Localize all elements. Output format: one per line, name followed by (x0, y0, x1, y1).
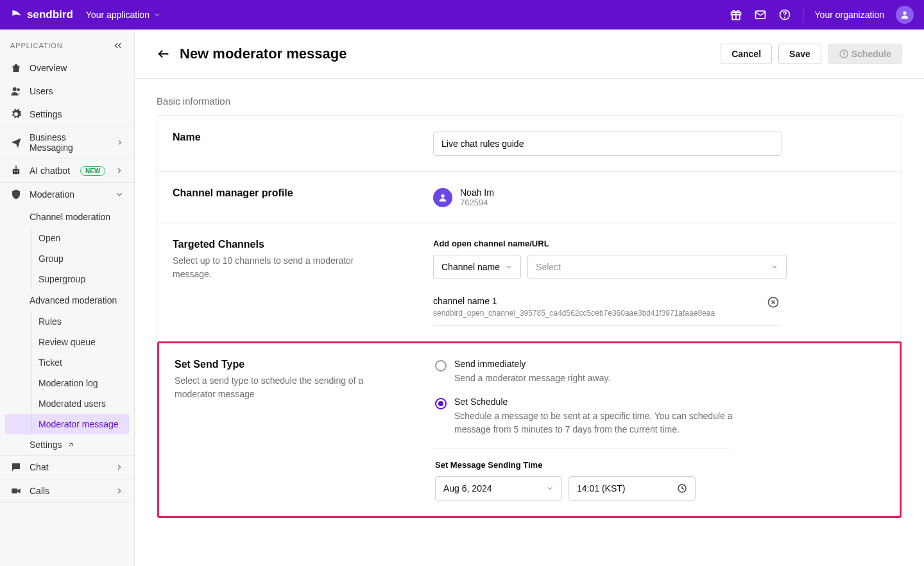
collapse-sidebar-icon[interactable] (112, 40, 124, 51)
channels-desc: Select up to 10 channels to send a moder… (173, 254, 391, 281)
gift-icon[interactable] (730, 8, 742, 21)
sidebar-subhead-advanced-moderation[interactable]: Advanced moderation (0, 289, 134, 311)
row-profile: Channel manager profile Noah Im 762594 (157, 172, 902, 223)
chevron-down-icon (153, 11, 161, 19)
users-icon (10, 85, 22, 97)
robot-icon (10, 165, 22, 176)
sidebar-item-chat[interactable]: Chat (0, 456, 134, 479)
chevron-right-icon (115, 486, 124, 495)
brand-logo[interactable]: sendbird (10, 8, 73, 21)
chevron-down-icon (115, 190, 124, 199)
divider (803, 8, 803, 22)
channel-mode-select[interactable]: Channel name (433, 255, 521, 279)
svg-point-6 (903, 12, 906, 15)
profile-avatar (433, 188, 452, 207)
clock-icon (677, 483, 687, 493)
org-label[interactable]: Your organization (815, 10, 884, 20)
sidebar-item-overview[interactable]: Overview (0, 56, 134, 80)
sidebar-sub-rules[interactable]: Rules (0, 311, 134, 332)
profile-label: Channel manager profile (173, 187, 433, 199)
sidebar-sub-ticket[interactable]: Ticket (0, 352, 134, 373)
cancel-button[interactable]: Cancel (721, 44, 772, 64)
radio-send-immediately[interactable]: Send immediately Send a moderator messag… (435, 359, 884, 385)
sidebar-sub-moderator-message[interactable]: Moderator message (5, 414, 129, 434)
svg-rect-9 (13, 169, 20, 174)
back-arrow-icon[interactable] (157, 47, 171, 61)
chevron-right-icon (116, 138, 124, 147)
sidebar-item-settings[interactable]: Settings (0, 103, 134, 126)
row-name: Name (157, 116, 902, 172)
content: Basic information Name Channel manager p… (135, 79, 924, 566)
schedule-time-input[interactable]: 14:01 (KST) (569, 476, 696, 501)
chevron-right-icon (115, 166, 124, 175)
svg-point-5 (784, 17, 785, 18)
radio-circle[interactable] (435, 360, 447, 372)
sidebar-sub-supergroup[interactable]: Supergroup (0, 269, 134, 289)
chevron-down-icon (771, 263, 778, 271)
profile-name: Noah Im (460, 187, 494, 198)
svg-point-7 (13, 87, 17, 91)
svg-point-17 (441, 194, 444, 197)
sidebar-item-ai-chatbot[interactable]: AI chatbot NEW (0, 159, 134, 182)
svg-point-8 (17, 89, 21, 92)
page-title: New moderator message (180, 46, 346, 62)
sidebar-subhead-channel-moderation[interactable]: Channel moderation (0, 206, 134, 228)
channels-field-label: Add open channel name/URL (433, 239, 886, 248)
video-camera-icon (10, 485, 22, 497)
sidebar-sub-review-queue[interactable]: Review queue (0, 332, 134, 352)
sidebar-sub-mod-settings[interactable]: Settings (0, 434, 134, 455)
radio-set-schedule[interactable]: Set Schedule Schedule a message to be se… (435, 397, 884, 436)
sidebar-sub-moderated-users[interactable]: Moderated users (0, 393, 134, 414)
profile-line: Noah Im 762594 (433, 187, 886, 207)
sidebar-section-label: APPLICATION (0, 30, 134, 56)
send-type-radio-group: Send immediately Send a moderator messag… (435, 359, 884, 436)
channels-title: Targeted Channels (173, 239, 433, 250)
channel-select-input[interactable]: Select (527, 255, 787, 279)
help-icon[interactable] (778, 8, 791, 21)
profile-id: 762594 (460, 198, 494, 207)
chat-icon (10, 461, 22, 473)
person-icon (900, 10, 910, 20)
sidebar-item-calls[interactable]: Calls (0, 479, 134, 502)
mail-icon[interactable] (754, 8, 767, 21)
sidebar-item-users[interactable]: Users (0, 80, 134, 103)
main-area: New moderator message Cancel Save Schedu… (135, 30, 924, 566)
svg-point-11 (17, 171, 18, 172)
schedule-button: Schedule (828, 44, 902, 64)
external-link-icon (67, 441, 74, 449)
radio-circle[interactable] (435, 398, 447, 409)
new-badge: NEW (80, 166, 105, 176)
paper-plane-icon (10, 137, 22, 148)
gear-icon (10, 108, 22, 120)
svg-rect-14 (12, 488, 17, 493)
clock-icon (839, 49, 849, 59)
shield-icon (10, 189, 22, 200)
chip-url: sendbird_open_channel_395785_ca4d562cc5c… (433, 309, 760, 318)
chevron-down-icon (505, 263, 513, 271)
user-avatar[interactable] (896, 6, 914, 24)
save-button[interactable]: Save (778, 44, 821, 64)
page-header: New moderator message Cancel Save Schedu… (135, 30, 924, 79)
chip-name: channel name 1 (433, 296, 760, 306)
schedule-date-select[interactable]: Aug 6, 2024 (435, 476, 562, 501)
section-label: Basic information (157, 96, 902, 107)
app-switcher[interactable]: Your application (86, 10, 161, 20)
top-actions: Your organization (730, 6, 914, 24)
svg-point-13 (15, 166, 17, 167)
sidebar-item-moderation[interactable]: Moderation (0, 183, 134, 206)
sendbird-mark-icon (10, 8, 23, 21)
row-channels: Targeted Channels Select up to 10 channe… (157, 223, 902, 341)
sidebar-sub-moderation-log[interactable]: Moderation log (0, 373, 134, 393)
chevron-down-icon (546, 485, 554, 492)
chevron-right-icon (115, 463, 124, 472)
send-type-highlight: Set Send Type Select a send type to sche… (157, 341, 902, 518)
brand-name: sendbird (27, 8, 73, 21)
send-type-title: Set Send Type (175, 359, 435, 370)
sidebar-item-business-messaging[interactable]: Business Messaging (0, 126, 134, 159)
sidebar-sub-group[interactable]: Group (0, 248, 134, 269)
svg-point-10 (14, 171, 15, 172)
remove-channel-icon[interactable] (767, 296, 780, 309)
person-icon (438, 193, 448, 203)
sidebar-sub-open[interactable]: Open (0, 228, 134, 248)
name-input[interactable] (433, 132, 782, 156)
